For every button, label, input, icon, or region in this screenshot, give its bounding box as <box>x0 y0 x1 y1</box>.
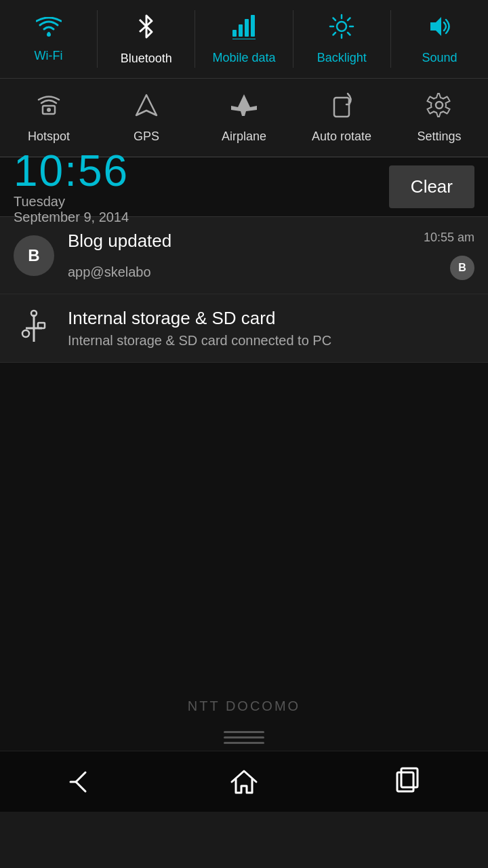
bluetooth-icon <box>137 13 156 46</box>
svg-point-22 <box>22 330 29 337</box>
handle-line-2 <box>224 736 264 738</box>
svg-point-19 <box>436 102 443 108</box>
time-display: 10:56 <box>14 149 389 193</box>
mobile-data-icon <box>231 14 257 45</box>
notification-header: 10:56 Tuesday September 9, 2014 Clear <box>0 157 488 217</box>
qs-airplane-label: Airplane <box>222 130 266 144</box>
svg-rect-26 <box>397 772 413 791</box>
svg-point-24 <box>31 311 37 316</box>
qs-sound-label: Sound <box>422 51 457 65</box>
svg-rect-3 <box>245 19 249 37</box>
airplane-icon <box>231 92 257 124</box>
handle-line-3 <box>224 742 264 744</box>
quick-settings-row1: Wi-Fi Bluetooth Mobile data <box>0 0 488 79</box>
qs-airplane[interactable]: Airplane <box>195 79 293 157</box>
svg-rect-27 <box>401 768 418 787</box>
settings-icon <box>426 92 452 124</box>
svg-rect-1 <box>232 30 237 37</box>
backlight-icon <box>329 14 354 45</box>
svg-rect-4 <box>251 15 255 37</box>
sound-icon <box>426 14 452 45</box>
handle-bar[interactable] <box>0 724 488 751</box>
qs-auto-rotate-label: Auto rotate <box>312 130 371 144</box>
auto-rotate-icon <box>329 92 354 124</box>
empty-notification-area <box>0 363 488 688</box>
notification-storage[interactable]: Internal storage & SD card Internal stor… <box>0 294 488 363</box>
qs-settings[interactable]: Settings <box>390 79 488 157</box>
qs-bluetooth[interactable]: Bluetooth <box>98 0 195 78</box>
qs-settings-label: Settings <box>417 130 461 144</box>
storage-content: Internal storage & SD card Internal stor… <box>68 308 474 349</box>
back-button[interactable] <box>46 760 117 804</box>
svg-rect-2 <box>239 24 243 37</box>
time-date-display: 10:56 Tuesday September 9, 2014 <box>14 149 389 225</box>
quick-settings-row2: Hotspot GPS Airplane Auto rotate <box>0 79 488 157</box>
qs-hotspot-label: Hotspot <box>28 130 70 144</box>
qs-backlight-label: Backlight <box>317 51 367 65</box>
qs-mobile-data-label: Mobile data <box>212 51 275 65</box>
notification-blog[interactable]: B Blog updated 10:55 am app@skelabo B <box>0 217 488 294</box>
blog-title: Blog updated <box>68 231 171 252</box>
handle-lines <box>224 731 264 744</box>
svg-line-12 <box>348 33 350 35</box>
navigation-bar <box>0 751 488 812</box>
carrier-label: NTT DOCOMO <box>0 688 488 724</box>
wifi-icon <box>36 15 62 43</box>
svg-line-11 <box>333 18 336 20</box>
home-button[interactable] <box>209 760 279 804</box>
qs-auto-rotate[interactable]: Auto rotate <box>293 79 390 157</box>
date-display: Tuesday September 9, 2014 <box>14 194 389 225</box>
blog-content: Blog updated 10:55 am app@skelabo B <box>68 231 474 280</box>
qs-hotspot[interactable]: Hotspot <box>0 79 98 157</box>
qs-wifi[interactable]: Wi-Fi <box>0 0 97 78</box>
hotspot-icon <box>36 92 62 124</box>
qs-mobile-data[interactable]: Mobile data <box>195 0 292 78</box>
svg-point-6 <box>337 22 346 31</box>
blog-avatar-small: B <box>450 256 474 280</box>
clear-button[interactable]: Clear <box>389 165 474 208</box>
blog-time: 10:55 am <box>424 231 474 245</box>
svg-point-0 <box>47 33 51 37</box>
qs-bluetooth-label: Bluetooth <box>121 52 172 66</box>
recents-button[interactable] <box>371 760 442 804</box>
qs-sound[interactable]: Sound <box>391 0 488 78</box>
svg-rect-23 <box>38 323 45 328</box>
svg-rect-18 <box>334 98 349 117</box>
qs-wifi-label: Wi-Fi <box>35 49 63 63</box>
svg-line-13 <box>348 18 350 20</box>
storage-subtitle: Internal storage & SD card connected to … <box>68 333 474 349</box>
handle-line-1 <box>224 731 264 733</box>
qs-backlight[interactable]: Backlight <box>293 0 390 78</box>
blog-icon: B <box>14 235 54 276</box>
qs-gps[interactable]: GPS <box>98 79 195 157</box>
blog-subtitle: app@skelabo <box>68 264 151 280</box>
storage-title: Internal storage & SD card <box>68 308 275 328</box>
svg-marker-15 <box>430 17 441 36</box>
svg-line-14 <box>333 33 336 35</box>
day-name: Tuesday <box>14 194 65 209</box>
qs-gps-label: GPS <box>134 130 159 144</box>
full-date: September 9, 2014 <box>14 210 129 224</box>
svg-point-17 <box>47 108 51 112</box>
usb-icon <box>14 308 54 349</box>
gps-icon <box>134 92 159 124</box>
